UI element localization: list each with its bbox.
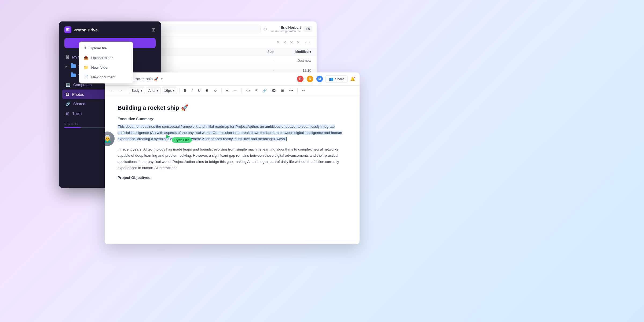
bold-button[interactable]: B — [182, 87, 188, 94]
avatar-m: M — [316, 75, 323, 83]
image-button[interactable]: 🖼 — [270, 87, 278, 94]
undo-button[interactable]: ← — [108, 87, 116, 94]
doc-format-bar: ← → Body ▾ Arial ▾ 16px ▾ B I U S ☺ ≡ ≔ … — [105, 86, 360, 96]
emoji-button[interactable]: ☺ — [211, 87, 219, 94]
user-name: Eric Norbert — [270, 25, 301, 30]
user-email: eric.norbert@proton.me — [270, 30, 301, 33]
doc-paragraph-2: In recent years, AI technology has made … — [118, 147, 347, 171]
doc-paragraph-1: This document outlines the conceptual fr… — [118, 124, 347, 142]
new-folder-item[interactable]: 📁 New folder — [79, 63, 133, 72]
title-actions: ✕ ✕ ✕ ✕ ⋮⋮ — [276, 40, 311, 45]
font-size-select[interactable]: 16px ▾ — [162, 87, 177, 94]
shared-icon: 🔗 — [65, 101, 71, 106]
more-formats-button[interactable]: ••• — [287, 87, 295, 94]
blockquote-button[interactable]: ❝ — [253, 87, 259, 94]
share-icon: 👥 — [329, 77, 333, 81]
redo-button[interactable]: → — [117, 87, 125, 94]
avatar-r: R — [297, 75, 304, 83]
more-action[interactable]: ⋮⋮ — [303, 40, 311, 45]
lang-badge: EN — [303, 26, 312, 32]
close-action-4[interactable]: ✕ — [297, 40, 300, 45]
trash-icon: 🗑 — [65, 111, 69, 116]
close-action-1[interactable]: ✕ — [276, 40, 280, 45]
new-document-icon: 📄 — [83, 75, 89, 79]
text-cursor — [286, 137, 287, 141]
table-button[interactable]: ⊞ — [279, 87, 286, 94]
close-action-3[interactable]: ✕ — [290, 40, 293, 45]
body-style-select[interactable]: Body ▾ — [129, 87, 145, 94]
align-button[interactable]: ≡ — [224, 87, 230, 94]
code-button[interactable]: <> — [244, 87, 252, 94]
upload-file-icon: ⬆ — [83, 46, 87, 50]
body-style-label: Body — [131, 89, 140, 93]
format-divider-2 — [179, 88, 180, 93]
upload-file-item[interactable]: ⬆ Upload file — [79, 43, 133, 53]
sidebar-logo: Proton Drive — [64, 26, 98, 33]
edit-button[interactable]: ✏ — [300, 87, 307, 94]
new-folder-icon: 📁 — [83, 65, 89, 70]
file-size: - — [241, 58, 274, 63]
new-document-item[interactable]: 📄 New document — [79, 72, 133, 82]
file-modified: 12:10 — [274, 68, 311, 72]
format-divider-3 — [221, 88, 222, 93]
ryan-cursor-arrow: ▶ — [166, 133, 170, 139]
list-button[interactable]: ≔ — [231, 87, 239, 94]
folder-icon-work — [71, 64, 76, 68]
col-modified-header[interactable]: Modified ▾ — [274, 50, 311, 54]
sidebar-item-label: Trash — [72, 111, 82, 116]
objectives-title: Project Objectives: — [118, 175, 347, 180]
paragraph2-text: In recent years, AI technology has made … — [118, 147, 339, 170]
grid-icon[interactable]: ⊞ — [152, 27, 156, 33]
notifications-button[interactable]: 🔔 — [350, 76, 355, 82]
italic-button[interactable]: I — [189, 87, 195, 94]
gear-icon[interactable]: ⚙ — [263, 27, 267, 32]
doc-collaborators: R N M 👥 Share 🔔 — [297, 75, 355, 83]
close-action-2[interactable]: ✕ — [283, 40, 287, 45]
font-select[interactable]: Arial ▾ — [146, 87, 161, 94]
avatar-n: N — [306, 75, 314, 83]
exec-summary-title: Executive Summary: — [118, 117, 347, 121]
share-button[interactable]: 👥 Share — [325, 75, 348, 83]
sidebar-item-label: Shared — [73, 102, 85, 106]
svg-rect-1 — [68, 28, 69, 30]
sidebar-header: Proton Drive ⊞ — [59, 21, 161, 38]
avatar-ryan: 👨‍🦳 — [105, 131, 115, 147]
notification-dot — [353, 76, 355, 79]
doc-title-chevron[interactable]: ▾ — [161, 77, 163, 81]
storage-text: 5.5 / 30 GB — [64, 122, 79, 126]
ryan-cursor-label: Ryan Fire — [172, 137, 192, 143]
upload-folder-icon: 📤 — [83, 55, 89, 60]
svg-rect-2 — [66, 30, 68, 31]
app-name: Proton Drive — [74, 28, 98, 32]
col-size-header: Size — [241, 50, 274, 54]
folder-icon-vacation — [71, 74, 76, 77]
new-dropdown-menu: ⬆ Upload file 📤 Upload folder 📁 New fold… — [79, 42, 133, 83]
user-info: Eric Norbert eric.norbert@proton.me — [270, 25, 301, 33]
link-button[interactable]: 🔗 — [260, 87, 269, 94]
underline-button[interactable]: U — [196, 87, 203, 94]
files-header-right: ⚙ Eric Norbert eric.norbert@proton.me EN — [263, 25, 312, 33]
format-divider-4 — [241, 88, 241, 93]
sidebar-item-label: Photos — [72, 92, 84, 97]
doc-content[interactable]: 👨‍🦳 Building a rocket ship 🚀 ▶ Ryan Fire… — [105, 96, 360, 244]
highlighted-text: This document outlines the conceptual fr… — [118, 125, 342, 141]
upload-folder-item[interactable]: 📤 Upload folder — [79, 53, 133, 63]
doc-editor: 📄 Building a rocket ship 🚀 ▾ R N M 👥 Sha… — [105, 72, 360, 244]
file-modified: Just now — [274, 58, 311, 63]
computers-icon: 💻 — [65, 82, 71, 87]
format-divider — [127, 88, 127, 93]
logo-icon — [64, 26, 71, 33]
upload-folder-label: Upload folder — [91, 56, 113, 60]
upload-file-label: Upload file — [90, 46, 107, 50]
svg-rect-0 — [66, 28, 68, 30]
arrow-icon: ▶ — [65, 65, 68, 68]
svg-rect-3 — [68, 30, 69, 31]
font-size-label: 16px — [164, 89, 172, 93]
strikethrough-button[interactable]: S — [204, 87, 210, 94]
doc-heading: Building a rocket ship 🚀 — [118, 104, 347, 111]
file-size: - — [241, 68, 274, 72]
my-files-icon: 🗄 — [65, 55, 69, 59]
format-divider-5 — [297, 88, 298, 93]
font-label: Arial — [148, 89, 155, 93]
new-document-label: New document — [91, 75, 115, 79]
